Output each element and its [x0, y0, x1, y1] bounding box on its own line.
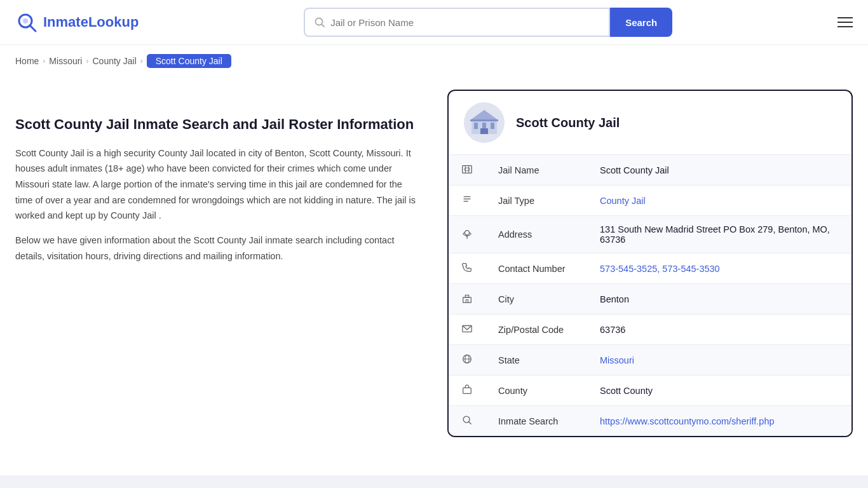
info-table: Jail NameScott County JailJail TypeCount… — [449, 155, 851, 436]
breadcrumb-home[interactable]: Home — [15, 56, 39, 66]
footer — [0, 475, 868, 488]
row-value: 131 South New Madrid Street PO Box 279, … — [587, 216, 851, 254]
search-icon — [314, 17, 325, 28]
svg-point-19 — [465, 230, 469, 234]
row-label: County — [485, 376, 587, 406]
row-link[interactable]: Missouri — [600, 355, 634, 365]
svg-rect-7 — [482, 123, 486, 129]
row-label: City — [485, 284, 587, 315]
jail-avatar — [464, 102, 505, 143]
svg-line-1 — [30, 25, 36, 31]
row-value[interactable]: 573-545-3525, 573-545-3530 — [587, 254, 851, 284]
list-icon — [449, 186, 485, 216]
breadcrumb-sep-2: › — [86, 57, 88, 65]
svg-rect-9 — [480, 128, 488, 134]
row-label: State — [485, 345, 587, 376]
mail-icon — [449, 315, 485, 345]
svg-point-3 — [316, 18, 323, 25]
breadcrumb-type[interactable]: County Jail — [92, 56, 136, 66]
row-label: Jail Name — [485, 155, 587, 186]
description-para-1: Scott County Jail is a high security Cou… — [15, 146, 422, 224]
pin-icon — [449, 216, 485, 254]
hamburger-menu[interactable] — [837, 17, 853, 27]
svg-line-29 — [469, 422, 471, 424]
hamburger-line-3 — [837, 26, 853, 27]
site-header: InmateLookup Search — [0, 0, 868, 45]
row-value[interactable]: https://www.scottcountymo.com/sheriff.ph… — [587, 406, 851, 437]
svg-rect-6 — [474, 123, 478, 129]
card-header: Scott County Jail — [449, 91, 851, 155]
row-value: Scott County Jail — [587, 155, 851, 186]
left-panel: Scott County Jail Inmate Search and Jail… — [15, 90, 422, 437]
row-label: Address — [485, 216, 587, 254]
phone-icon — [449, 254, 485, 284]
right-panel: Scott County Jail Jail NameScott County … — [447, 90, 853, 437]
table-row: Inmate Searchhttps://www.scottcountymo.c… — [449, 406, 851, 437]
row-value: Benton — [587, 284, 851, 315]
row-link[interactable]: https://www.scottcountymo.com/sheriff.ph… — [600, 416, 775, 426]
table-row: Jail TypeCounty Jail — [449, 186, 851, 216]
courthouse-icon — [469, 107, 499, 138]
table-row: Contact Number573-545-3525, 573-545-3530 — [449, 254, 851, 284]
search-input[interactable] — [330, 17, 600, 28]
search-area: Search — [304, 8, 672, 37]
jail-icon — [449, 155, 485, 186]
row-label: Jail Type — [485, 186, 587, 216]
breadcrumb-sep-1: › — [43, 57, 45, 65]
svg-rect-27 — [463, 388, 471, 393]
logo-link[interactable]: InmateLookup — [15, 11, 139, 34]
row-label: Contact Number — [485, 254, 587, 284]
row-link[interactable]: County Jail — [600, 196, 646, 206]
table-row: StateMissouri — [449, 345, 851, 376]
logo-text: InmateLookup — [43, 14, 139, 30]
row-link[interactable]: 573-545-3525, 573-545-3530 — [600, 264, 720, 274]
hamburger-line-1 — [837, 17, 853, 18]
svg-line-4 — [322, 25, 325, 27]
search-icon — [449, 406, 485, 437]
breadcrumb-sep-3: › — [140, 57, 143, 65]
svg-point-2 — [23, 18, 28, 24]
svg-marker-10 — [470, 110, 498, 120]
table-row: CityBenton — [449, 284, 851, 315]
page-heading: Scott County Jail Inmate Search and Jail… — [15, 115, 422, 134]
city-icon — [449, 284, 485, 315]
svg-rect-8 — [491, 123, 494, 129]
card-title: Scott County Jail — [516, 116, 620, 130]
main-content: Scott County Jail Inmate Search and Jail… — [0, 77, 868, 463]
table-row: Jail NameScott County Jail — [449, 155, 851, 186]
row-value: 63736 — [587, 315, 851, 345]
county-icon — [449, 376, 485, 406]
search-button[interactable]: Search — [610, 8, 672, 37]
row-label: Zip/Postal Code — [485, 315, 587, 345]
table-row: Zip/Postal Code63736 — [449, 315, 851, 345]
logo-icon — [15, 11, 38, 34]
globe-icon — [449, 345, 485, 376]
row-value[interactable]: County Jail — [587, 186, 851, 216]
svg-rect-22 — [466, 300, 468, 303]
table-row: Address131 South New Madrid Street PO Bo… — [449, 216, 851, 254]
breadcrumb-current: Scott County Jail — [147, 54, 231, 68]
row-value: Scott County — [587, 376, 851, 406]
row-value[interactable]: Missouri — [587, 345, 851, 376]
search-wrapper — [304, 8, 610, 37]
breadcrumb: Home › Missouri › County Jail › Scott Co… — [0, 45, 868, 77]
svg-rect-12 — [463, 166, 471, 173]
info-card: Scott County Jail Jail NameScott County … — [447, 90, 853, 437]
description-para-2: Below we have given information about th… — [15, 233, 422, 264]
svg-rect-11 — [470, 119, 498, 121]
row-label: Inmate Search — [485, 406, 587, 437]
breadcrumb-state[interactable]: Missouri — [49, 56, 82, 66]
table-row: CountyScott County — [449, 376, 851, 406]
svg-rect-21 — [465, 295, 468, 298]
hamburger-line-2 — [837, 22, 853, 23]
